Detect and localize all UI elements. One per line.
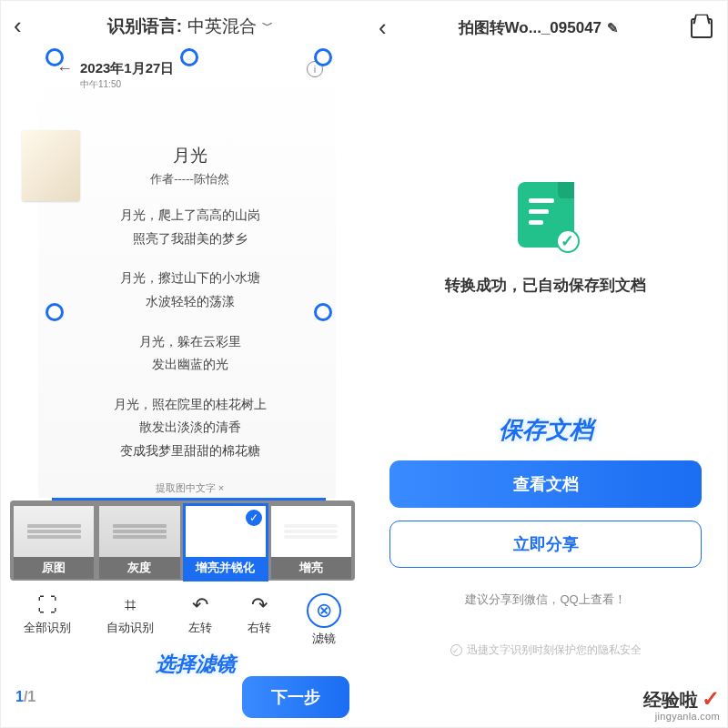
watermark-brand: 经验啦 (643, 690, 698, 710)
lang-value: 中英混合 (187, 15, 257, 38)
page-total: 1 (27, 689, 35, 704)
tool-rotate-left[interactable]: ↶ 左转 (188, 593, 212, 647)
filter-label: 增亮并锐化 (186, 557, 266, 579)
tool-label: 右转 (248, 620, 271, 636)
tool-auto-recognize[interactable]: ⌗ 自动识别 (106, 593, 154, 647)
filter-original[interactable]: 原图 (14, 506, 94, 579)
check-icon: ✓ (246, 510, 262, 526)
edit-icon[interactable]: ✎ (607, 20, 619, 36)
document-preview: ← 2023年1月27日 i 中午11:50 月光 作者-----陈怡然 月光，… (38, 52, 336, 498)
tool-label: 左转 (188, 620, 212, 636)
crop-handle[interactable] (46, 303, 64, 321)
tool-filter[interactable]: ⊗ 滤镜 (307, 593, 341, 647)
lang-label: 识别语言: (107, 15, 182, 38)
share-tip: 建议分享到微信，QQ上查看！ (389, 592, 702, 608)
filter-icon: ⊗ (307, 593, 341, 628)
language-selector[interactable]: 识别语言: 中英混合 ﹀ (107, 15, 273, 38)
rotate-right-icon: ↷ (251, 593, 268, 617)
next-button[interactable]: 下一步 (242, 676, 349, 718)
poem-line: 水波轻轻的荡漾 (56, 290, 323, 314)
title-text: 拍图转Wo..._095047 (459, 17, 602, 38)
privacy-note: 迅捷文字识别时刻保护您的隐私安全 (389, 642, 702, 658)
chevron-down-icon: ﹀ (262, 18, 273, 34)
document-success-icon: ✓ (518, 182, 574, 248)
watermark-url: jingyanla.com (643, 711, 720, 722)
tool-full-recognize[interactable]: ⛶ 全部识别 (24, 593, 71, 647)
photo-thumbnail (22, 130, 80, 201)
home-icon[interactable] (691, 18, 713, 38)
filter-label: 增亮 (271, 557, 351, 579)
tool-label: 滤镜 (312, 631, 336, 647)
poem-line: 月光，躲在云彩里 (56, 330, 323, 354)
poem-line: 变成我梦里甜甜的棉花糖 (56, 440, 323, 463)
annotation-select-filter: 选择滤镜 (156, 651, 236, 678)
tool-label: 全部识别 (24, 620, 71, 636)
tool-rotate-right[interactable]: ↷ 右转 (248, 593, 271, 647)
poem-line: 发出幽蓝的光 (56, 353, 323, 377)
poem-line: 月光，爬上了高高的山岗 (56, 204, 323, 228)
back-button[interactable]: ‹ (14, 12, 22, 40)
poem-line: 散发出淡淡的清香 (56, 416, 323, 440)
tool-label: 自动识别 (106, 620, 154, 636)
filter-brighten[interactable]: 增亮 (271, 506, 351, 579)
check-icon: ✓ (556, 229, 580, 253)
doc-time: 中午11:50 (80, 78, 323, 91)
doc-author: 作者-----陈怡然 (56, 171, 323, 187)
filter-brighten-sharpen[interactable]: ✓ 增亮并锐化 (186, 506, 266, 579)
page-indicator: 1/1 (15, 689, 35, 705)
page-current: 1 (15, 689, 24, 704)
filter-strip: 原图 灰度 ✓ 增亮并锐化 增亮 (10, 500, 355, 581)
page-title: 拍图转Wo..._095047 ✎ (396, 17, 682, 38)
doc-title: 月光 (56, 144, 323, 167)
crop-handle[interactable] (314, 48, 332, 66)
fullscreen-icon: ⛶ (37, 593, 57, 617)
rotate-left-icon: ↶ (192, 593, 208, 617)
success-message: 转换成功，已自动保存到文档 (445, 275, 646, 296)
filter-label: 灰度 (99, 557, 179, 579)
view-document-button[interactable]: 查看文档 (389, 460, 702, 508)
filter-grayscale[interactable]: 灰度 (99, 506, 179, 579)
annotation-save-doc: 保存文档 (499, 414, 593, 446)
scan-icon: ⌗ (125, 593, 136, 617)
extract-text-hint: 提取图中文字 × (56, 481, 323, 495)
share-now-button[interactable]: 立即分享 (389, 521, 702, 568)
bottom-toolbar: ⛶ 全部识别 ⌗ 自动识别 ↶ 左转 ↷ 右转 ⊗ 滤镜 (1, 590, 364, 647)
shield-check-icon (450, 644, 462, 656)
poem-line: 月光，擦过山下的小水塘 (56, 267, 323, 290)
crop-handle[interactable] (314, 303, 332, 321)
doc-date: 2023年1月27日 (80, 60, 174, 77)
filter-label: 原图 (14, 557, 94, 579)
check-mark-icon: ✓ (702, 686, 720, 711)
privacy-text: 迅捷文字识别时刻保护您的隐私安全 (467, 642, 642, 658)
poem-line: 照亮了我甜美的梦乡 (56, 228, 323, 251)
crop-handle[interactable] (180, 48, 198, 66)
crop-handle[interactable] (46, 48, 64, 66)
poem-line: 月光，照在院里的桂花树上 (56, 393, 323, 417)
crop-frame[interactable]: ← 2023年1月27日 i 中午11:50 月光 作者-----陈怡然 月光，… (52, 55, 326, 500)
watermark: 经验啦✓ jingyanla.com (643, 687, 720, 722)
back-button[interactable]: ‹ (379, 14, 387, 42)
